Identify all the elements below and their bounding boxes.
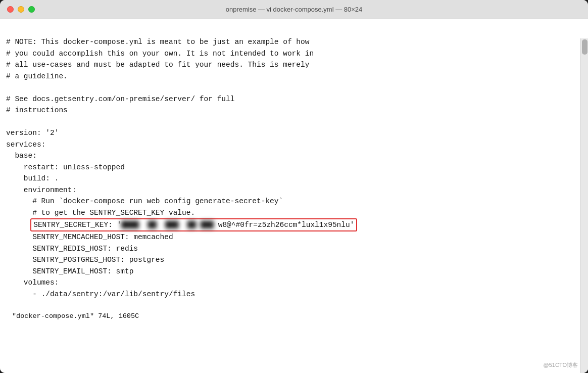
code-line-2: # you could accomplish this on your own.… (6, 50, 314, 58)
code-line-6: # instructions (6, 106, 68, 114)
code-line-1: # NOTE: This docker-compose.yml is meant… (6, 38, 309, 46)
code-line-10: restart: unless-stopped (6, 163, 125, 171)
code-line-5: # See docs.getsentry.com/on-premise/serv… (6, 95, 234, 103)
code-line-4: # a guideline. (6, 72, 68, 80)
code-line-17: SENTRY_REDIS_HOST: redis (6, 245, 138, 253)
close-button[interactable] (7, 6, 14, 13)
minimize-button[interactable] (18, 6, 24, 13)
code-line-15: SENTRY_SECRET_KEY: '████ ██ ███ ██ ███ w… (6, 221, 355, 229)
code-line-9: base: (6, 152, 37, 160)
code-line-19: SENTRY_EMAIL_HOST: smtp (6, 267, 133, 275)
terminal-window: onpremise — vi docker-compose.yml — 80×2… (0, 0, 588, 373)
code-line-13: # Run `docker-compose run web config gen… (6, 197, 283, 205)
code-line-16: SENTRY_MEMCACHED_HOST: memcached (6, 233, 173, 241)
code-line-12: environment: (6, 186, 76, 194)
titlebar: onpremise — vi docker-compose.yml — 80×2… (0, 0, 588, 19)
code-line-21: - ./data/sentry:/var/lib/sentry/files (6, 290, 195, 298)
code-line-7: version: '2' (6, 129, 59, 137)
secret-key-line: SENTRY_SECRET_KEY: '████ ██ ███ ██ ███ w… (30, 218, 357, 231)
watermark: @51CTO博客 (544, 361, 578, 369)
code-block: # NOTE: This docker-compose.yml is meant… (6, 25, 578, 311)
window-title: onpremise — vi docker-compose.yml — 80×2… (226, 6, 363, 13)
blurred-secret: ████ ██ ███ ██ ███ (121, 221, 214, 229)
code-line-14: # to get the SENTRY_SECRET_KEY value. (6, 209, 195, 217)
maximize-button[interactable] (28, 6, 35, 13)
status-bar: "docker-compose.yml" 74L, 1605C (6, 311, 578, 321)
editor-content: # NOTE: This docker-compose.yml is meant… (0, 19, 588, 373)
code-line-11: build: . (6, 174, 59, 182)
scrollbar[interactable] (580, 38, 588, 373)
code-line-18: SENTRY_POSTGRES_HOST: postgres (6, 256, 164, 264)
scrollbar-thumb[interactable] (582, 39, 587, 55)
code-line-8: services: (6, 141, 45, 149)
traffic-lights (7, 6, 35, 13)
code-line-3: # all use-cases and must be adapted to f… (6, 61, 309, 69)
code-line-20: volumes: (6, 278, 59, 287)
